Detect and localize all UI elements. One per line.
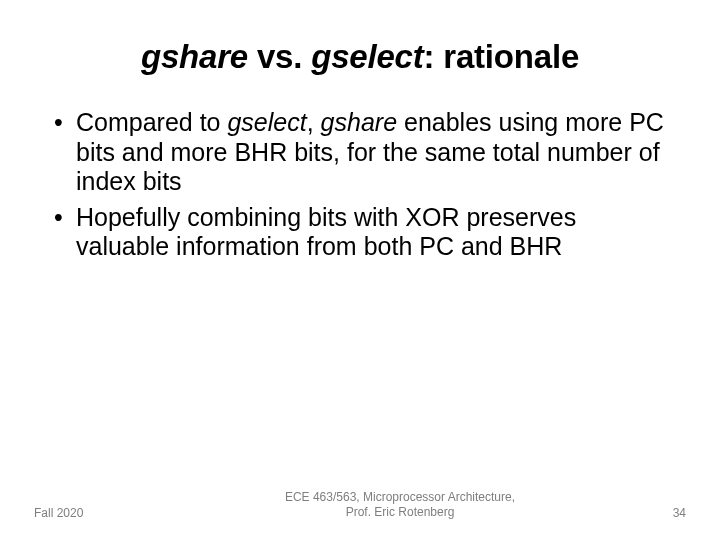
title-em-gshare: gshare	[141, 38, 248, 75]
bullet-text: Hopefully combining bits with XOR preser…	[76, 203, 576, 261]
bullet-list: Compared to gselect, gshare enables usin…	[52, 108, 668, 262]
title-sep: vs.	[248, 38, 311, 75]
bullet-em: gselect	[227, 108, 306, 136]
bullet-em: gshare	[321, 108, 397, 136]
list-item: Hopefully combining bits with XOR preser…	[52, 203, 668, 262]
footer-left: Fall 2020	[34, 506, 154, 520]
footer-center-line2: Prof. Eric Rotenberg	[346, 505, 455, 519]
slide-footer: Fall 2020 ECE 463/563, Microprocessor Ar…	[0, 490, 720, 520]
footer-center-line1: ECE 463/563, Microprocessor Architecture…	[285, 490, 515, 504]
footer-center: ECE 463/563, Microprocessor Architecture…	[154, 490, 646, 520]
list-item: Compared to gselect, gshare enables usin…	[52, 108, 668, 197]
footer-page-number: 34	[646, 506, 686, 520]
bullet-text: ,	[307, 108, 321, 136]
slide-body: Compared to gselect, gshare enables usin…	[0, 76, 720, 262]
title-em-gselect: gselect	[311, 38, 423, 75]
bullet-text: Compared to	[76, 108, 227, 136]
slide-title: gshare vs. gselect: rationale	[0, 0, 720, 76]
title-tail: : rationale	[424, 38, 580, 75]
